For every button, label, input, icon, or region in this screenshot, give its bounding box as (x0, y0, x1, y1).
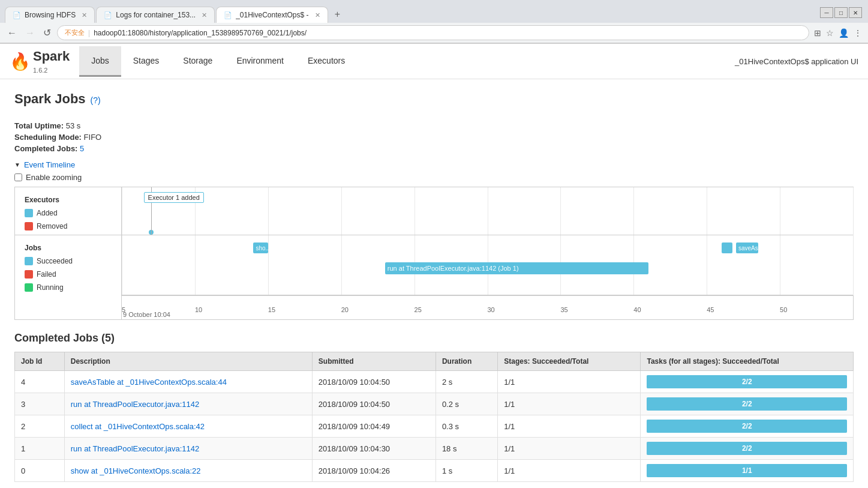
total-uptime-label: Total Uptime: (14, 121, 64, 130)
cell-stages: 1/1 (498, 415, 641, 438)
tab-close-3[interactable]: ✕ (315, 11, 320, 19)
table-row: 1run at ThreadPoolExecutor.java:11422018… (15, 438, 854, 460)
job-bar-show: sho... (253, 242, 268, 253)
security-indicator: 不安全 (65, 28, 85, 37)
nav-jobs[interactable]: Jobs (79, 46, 121, 77)
task-progress-text: 1/1 (742, 466, 752, 475)
back-button[interactable]: ← (5, 26, 19, 40)
col-job-id: Job Id (15, 352, 65, 371)
total-uptime-value: 53 s (66, 121, 81, 130)
added-legend: Added (20, 206, 116, 220)
cell-stages: 1/1 (498, 460, 641, 482)
cell-tasks: 1/1 (641, 460, 854, 482)
failed-color (25, 270, 33, 279)
cell-stages: 1/1 (498, 438, 641, 460)
completed-jobs-link[interactable]: 5 (80, 144, 84, 153)
failed-label: Failed (37, 270, 56, 279)
reload-button[interactable]: ↺ (41, 26, 53, 40)
maximize-button[interactable]: □ (834, 7, 848, 18)
event-timeline-link[interactable]: Event Timeline (24, 160, 75, 169)
enable-zooming-row: Enable zooming (14, 173, 854, 182)
menu-button[interactable]: ⋮ (852, 27, 863, 39)
spark-header: 🔥 Spark 1.6.2 Jobs Stages Storage Enviro… (0, 44, 868, 79)
axis-tick-50: 50 (780, 306, 787, 313)
task-progress-bar: 2/2 (647, 420, 847, 433)
col-submitted: Submitted (312, 352, 435, 371)
job-description-link[interactable]: saveAsTable at _01HiveContextOps.scala:4… (71, 378, 227, 387)
table-row: 0show at _01HiveContextOps.scala:222018/… (15, 460, 854, 482)
spark-navigation: Jobs Stages Storage Environment Executor… (79, 46, 725, 77)
scheduling-mode-value: FIFO (84, 133, 102, 142)
cell-stages: 1/1 (498, 393, 641, 415)
col-tasks: Tasks (for all stages): Succeeded/Total (641, 352, 854, 371)
executor-added-tooltip: Executor 1 added (144, 192, 204, 203)
job-description-link[interactable]: run at ThreadPoolExecutor.java:1142 (71, 444, 199, 453)
task-progress-text: 2/2 (742, 378, 752, 386)
cell-job-id: 1 (15, 438, 65, 460)
forward-button[interactable]: → (23, 26, 37, 40)
new-tab-button[interactable]: + (329, 6, 346, 23)
added-label: Added (37, 209, 58, 217)
running-legend: Running (20, 281, 116, 294)
enable-zooming-checkbox[interactable] (14, 173, 22, 181)
tab-label-1: Browsing HDFS (25, 11, 76, 19)
cell-duration: 1 s (435, 460, 497, 482)
failed-legend: Failed (20, 268, 116, 281)
cell-submitted: 2018/10/09 10:04:50 (312, 393, 435, 415)
tab-label-3: _01HiveContextOps$ - (236, 11, 308, 19)
axis-tick-45: 45 (707, 306, 714, 313)
cell-duration: 2 s (435, 371, 497, 393)
app-title: _01HiveContextOps$ application UI (725, 52, 868, 71)
minimize-button[interactable]: ─ (820, 7, 833, 18)
col-description: Description (64, 352, 312, 371)
tab-close-1[interactable]: ✕ (82, 11, 87, 19)
table-row: 3run at ThreadPoolExecutor.java:11422018… (15, 393, 854, 415)
col-stages: Stages: Succeeded/Total (498, 352, 641, 371)
scheduling-mode-label: Scheduling Mode: (14, 133, 82, 142)
profile-button[interactable]: 👤 (837, 27, 850, 39)
task-progress-bar: 2/2 (647, 375, 847, 388)
job-description-link[interactable]: show at _01HiveContextOps.scala:22 (71, 466, 201, 475)
completed-jobs-label: Completed Jobs: (14, 144, 77, 153)
cell-description[interactable]: show at _01HiveContextOps.scala:22 (64, 460, 312, 482)
browser-tab-1[interactable]: 📄 Browsing HDFS ✕ (5, 7, 95, 23)
cell-duration: 0.3 s (435, 415, 497, 438)
completed-jobs-row: Completed Jobs: 5 (14, 144, 854, 153)
running-label: Running (37, 283, 64, 292)
enable-zooming-label: Enable zooming (26, 173, 82, 182)
task-progress-bar: 1/1 (647, 464, 847, 477)
translate-button[interactable]: ⊞ (813, 27, 822, 39)
cell-duration: 18 s (435, 438, 497, 460)
cell-tasks: 2/2 (641, 393, 854, 415)
cell-tasks: 2/2 (641, 415, 854, 438)
removed-label: Removed (37, 222, 67, 230)
task-progress-bar: 2/2 (647, 442, 847, 455)
browser-tab-2[interactable]: 📄 Logs for container_153... ✕ (96, 7, 215, 23)
close-button[interactable]: ✕ (849, 7, 862, 18)
cell-description[interactable]: run at ThreadPoolExecutor.java:1142 (64, 393, 312, 415)
removed-legend: Removed (20, 220, 116, 233)
url-display[interactable]: hadoop01:18080/history/application_15389… (94, 29, 307, 37)
cell-submitted: 2018/10/09 10:04:30 (312, 438, 435, 460)
tab-close-2[interactable]: ✕ (202, 11, 207, 19)
cell-description[interactable]: run at ThreadPoolExecutor.java:1142 (64, 438, 312, 460)
cell-job-id: 4 (15, 371, 65, 393)
cell-submitted: 2018/10/09 10:04:26 (312, 460, 435, 482)
cell-submitted: 2018/10/09 10:04:49 (312, 415, 435, 438)
bookmark-button[interactable]: ☆ (825, 27, 835, 39)
job-description-link[interactable]: collect at _01HiveContextOps.scala:42 (71, 422, 205, 431)
timeline-chart: Executors Added Removed Jobs (14, 187, 854, 320)
collapse-icon: ▼ (14, 161, 20, 168)
browser-tab-3[interactable]: 📄 _01HiveContextOps$ - ✕ (216, 7, 328, 23)
cell-description[interactable]: saveAsTable at _01HiveContextOps.scala:4… (64, 371, 312, 393)
added-color (25, 209, 33, 217)
nav-executors[interactable]: Executors (296, 46, 357, 77)
help-link[interactable]: (?) (91, 95, 101, 105)
nav-stages[interactable]: Stages (121, 46, 172, 77)
task-progress-text: 2/2 (742, 400, 752, 408)
cell-description[interactable]: collect at _01HiveContextOps.scala:42 (64, 415, 312, 438)
job-description-link[interactable]: run at ThreadPoolExecutor.java:1142 (71, 400, 199, 409)
nav-storage[interactable]: Storage (171, 46, 224, 77)
executor-legend-title: Executors (20, 191, 116, 206)
nav-environment[interactable]: Environment (224, 46, 296, 77)
